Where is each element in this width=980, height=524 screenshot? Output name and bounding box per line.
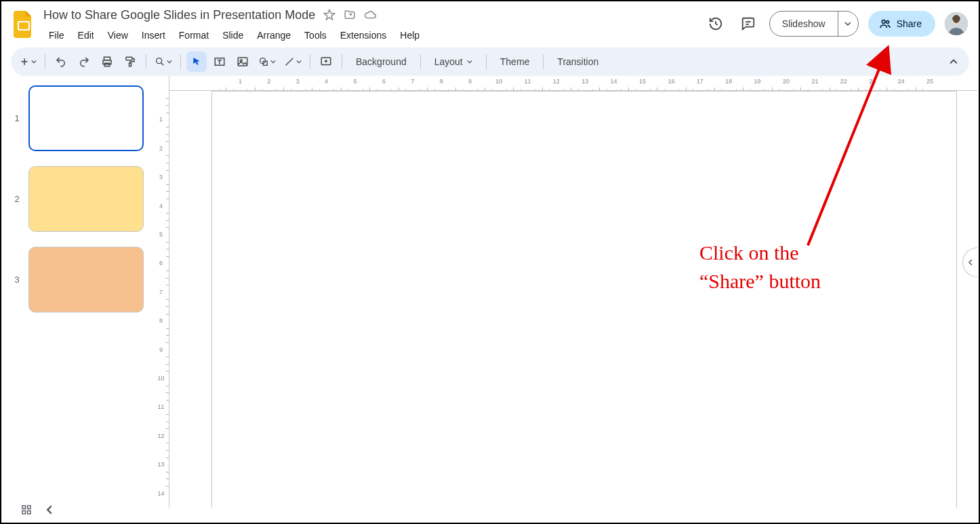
slide-thumbnail[interactable]: 3 bbox=[5, 247, 150, 313]
menu-view[interactable]: View bbox=[102, 27, 134, 43]
svg-rect-12 bbox=[238, 58, 247, 66]
vertical-ruler: 1234567891011121314 bbox=[153, 76, 169, 508]
comments-icon[interactable] bbox=[737, 12, 760, 35]
slide-canvas[interactable] bbox=[211, 91, 957, 508]
star-icon[interactable] bbox=[323, 9, 335, 21]
account-avatar[interactable] bbox=[945, 12, 968, 35]
new-slide-button[interactable] bbox=[16, 52, 39, 72]
menu-bar: File Edit View Insert Format Slide Arran… bbox=[43, 27, 425, 43]
zoom-button[interactable] bbox=[152, 52, 175, 72]
move-folder-icon[interactable] bbox=[344, 9, 356, 21]
toolbar-separator bbox=[486, 54, 487, 69]
select-tool[interactable] bbox=[186, 52, 207, 72]
undo-button[interactable] bbox=[51, 52, 71, 72]
share-label: Share bbox=[897, 18, 922, 29]
slide-thumbnail[interactable]: 2 bbox=[5, 166, 150, 232]
shape-button[interactable] bbox=[256, 52, 279, 72]
svg-rect-17 bbox=[22, 506, 26, 509]
toolbar-separator bbox=[146, 54, 146, 69]
add-comment-button[interactable] bbox=[316, 52, 336, 72]
svg-point-1 bbox=[882, 20, 885, 24]
slide-thumb-preview[interactable] bbox=[28, 85, 144, 151]
share-button[interactable]: Share bbox=[868, 11, 935, 37]
toolbar-separator bbox=[45, 54, 45, 69]
svg-rect-20 bbox=[28, 511, 31, 515]
textbox-button[interactable] bbox=[209, 52, 230, 72]
layout-label: Layout bbox=[434, 56, 463, 67]
svg-point-14 bbox=[260, 58, 266, 64]
svg-point-2 bbox=[886, 20, 889, 23]
history-icon[interactable] bbox=[704, 12, 727, 35]
image-button[interactable] bbox=[232, 52, 253, 72]
toolbar: Background Layout Theme Transition bbox=[11, 47, 969, 76]
workspace: 123 1234567891011121314 1234567891011121… bbox=[3, 76, 977, 508]
slideshow-label: Slideshow bbox=[770, 12, 838, 36]
svg-rect-19 bbox=[22, 511, 26, 515]
toolbar-separator bbox=[310, 54, 310, 69]
svg-rect-9 bbox=[129, 63, 131, 66]
paint-format-button[interactable] bbox=[120, 52, 140, 72]
bottom-bar bbox=[3, 498, 977, 521]
menu-edit[interactable]: Edit bbox=[73, 27, 100, 43]
menu-arrange[interactable]: Arrange bbox=[251, 27, 296, 43]
toolbar-separator bbox=[543, 54, 544, 69]
redo-button[interactable] bbox=[74, 52, 94, 72]
prev-slide-icon[interactable] bbox=[45, 505, 54, 515]
menu-slide[interactable]: Slide bbox=[217, 27, 249, 43]
canvas-area: 1234567891011121314151617181920212223242… bbox=[169, 76, 977, 508]
toolbar-separator bbox=[342, 54, 342, 69]
slideshow-button[interactable]: Slideshow bbox=[769, 11, 859, 37]
slide-thumb-preview[interactable] bbox=[28, 166, 144, 232]
slideshow-dropdown[interactable] bbox=[838, 12, 858, 36]
cloud-status-icon[interactable] bbox=[364, 9, 376, 21]
svg-rect-18 bbox=[28, 506, 31, 509]
share-people-icon bbox=[879, 18, 891, 30]
menu-file[interactable]: File bbox=[43, 27, 70, 43]
line-button[interactable] bbox=[281, 52, 304, 72]
slide-thumbnail[interactable]: 1 bbox=[5, 85, 150, 151]
collapse-toolbar-button[interactable] bbox=[943, 52, 964, 72]
horizontal-ruler: 1234567891011121314151617181920212223242… bbox=[169, 76, 977, 91]
doc-title[interactable]: How to Share Google Slides in Presentati… bbox=[43, 8, 315, 22]
background-button[interactable]: Background bbox=[348, 52, 415, 72]
svg-rect-8 bbox=[126, 57, 132, 60]
menu-tools[interactable]: Tools bbox=[299, 27, 332, 43]
menu-format[interactable]: Format bbox=[173, 27, 214, 43]
slide-thumbnail-list: 123 bbox=[3, 76, 153, 508]
grid-view-icon[interactable] bbox=[20, 504, 33, 516]
slide-thumb-preview[interactable] bbox=[28, 247, 144, 313]
theme-button[interactable]: Theme bbox=[492, 52, 538, 72]
slide-number: 3 bbox=[5, 275, 28, 285]
svg-point-10 bbox=[157, 58, 162, 64]
layout-button[interactable]: Layout bbox=[426, 52, 481, 72]
title-bar: How to Share Google Slides in Presentati… bbox=[1, 1, 979, 45]
menu-extensions[interactable]: Extensions bbox=[335, 27, 392, 43]
menu-help[interactable]: Help bbox=[394, 27, 425, 43]
transition-button[interactable]: Transition bbox=[549, 52, 607, 72]
menu-insert[interactable]: Insert bbox=[136, 27, 171, 43]
toolbar-separator bbox=[420, 54, 421, 69]
print-button[interactable] bbox=[97, 52, 117, 72]
slide-number: 2 bbox=[5, 194, 28, 204]
slide-number: 1 bbox=[5, 113, 28, 123]
slides-app-icon[interactable] bbox=[11, 8, 37, 41]
toolbar-separator bbox=[180, 54, 181, 69]
